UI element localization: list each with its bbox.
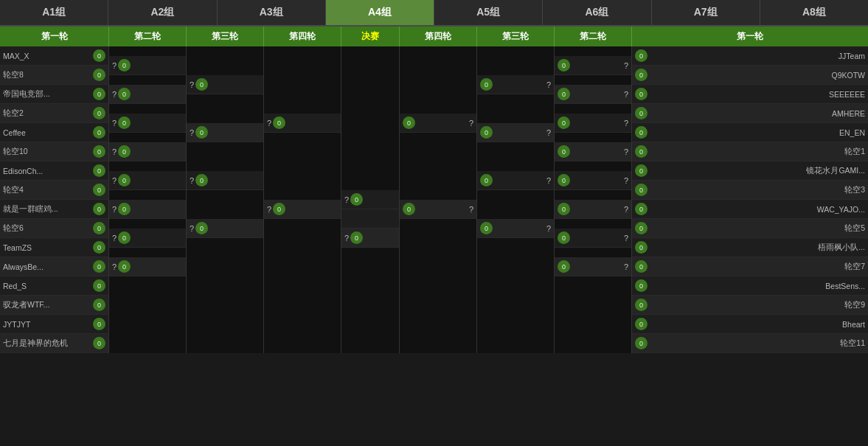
score-badge: 0 xyxy=(558,145,570,158)
player-row-right: 0轮空1 xyxy=(632,142,868,161)
score-badge: 0 xyxy=(635,222,647,234)
score-badge: 0 xyxy=(118,260,131,273)
score-badge: 0 xyxy=(93,164,105,177)
score-badge: 0 xyxy=(558,231,570,244)
tab-a3[interactable]: A3组 xyxy=(218,0,326,25)
player-row: 七月是神界的危机0 xyxy=(0,334,108,353)
r2-right-match-row: 0? xyxy=(555,200,631,219)
score-badge: 0 xyxy=(273,116,285,129)
score-badge: 0 xyxy=(635,49,647,62)
r3-match-row: ?0 xyxy=(187,171,263,190)
score-badge: 0 xyxy=(93,260,105,273)
header-r2-left: 第二轮 xyxy=(109,27,187,46)
player-row-right: 0轮空3 xyxy=(632,181,868,200)
player-row-right: 0EN_EN xyxy=(632,123,868,142)
header-r2-right: 第二轮 xyxy=(555,27,632,46)
r3-match-row: ?0 xyxy=(187,123,263,142)
score-badge: 0 xyxy=(195,78,208,91)
r2-right-match-row: 0? xyxy=(555,56,631,75)
player-row-right: 0JJTeam xyxy=(632,46,868,66)
score-badge: 0 xyxy=(93,126,105,139)
player-row: 轮空100 xyxy=(0,142,108,161)
r3-match-row: ?0 xyxy=(187,219,263,238)
score-badge: 0 xyxy=(403,116,415,129)
player-row: Ceffee0 xyxy=(0,123,108,142)
tab-a5[interactable]: A5组 xyxy=(434,0,543,25)
tab-a8[interactable]: A8组 xyxy=(760,0,868,25)
score-badge: 0 xyxy=(93,299,105,311)
header-r1-left: 第一轮 xyxy=(0,27,109,46)
player-row-right: 0轮空5 xyxy=(632,219,868,238)
score-badge: 0 xyxy=(558,174,570,187)
r3-right-match-row: 0? xyxy=(477,75,554,94)
r2-right-match-row: 0? xyxy=(555,229,631,248)
r2-match-row: ?0 xyxy=(109,200,186,219)
r2-match-row: ?0 xyxy=(109,85,186,104)
player-row-right: 0WAC_YAJO... xyxy=(632,200,868,219)
score-badge: 0 xyxy=(118,88,131,100)
header-r1-right: 第一轮 xyxy=(632,27,868,46)
score-badge: 0 xyxy=(480,126,493,139)
bracket-main: MAX_X0 轮空80 帝国电竞部...0 轮空20 Ceffee0 轮空100… xyxy=(0,46,868,353)
score-badge: 0 xyxy=(195,222,208,234)
final-match-row: ?0 xyxy=(341,190,399,209)
score-badge: 0 xyxy=(635,107,647,119)
tab-a7[interactable]: A7组 xyxy=(652,0,760,25)
score-badge: 0 xyxy=(558,116,570,129)
score-badge: 0 xyxy=(635,203,647,215)
score-badge: 0 xyxy=(93,184,105,196)
score-badge: 0 xyxy=(93,337,105,349)
player-row: 帝国电竞部...0 xyxy=(0,85,108,104)
score-badge: 0 xyxy=(273,203,285,215)
col-r4-right: 0? 0? xyxy=(400,46,477,353)
player-row-right: 0SEEEEEE xyxy=(632,85,868,104)
round-headers: 第一轮 第二轮 第三轮 第四轮 决赛 第四轮 第三轮 第二轮 第一轮 xyxy=(0,27,868,46)
score-badge: 0 xyxy=(403,203,415,215)
score-badge: 0 xyxy=(195,126,208,139)
score-badge: 0 xyxy=(118,145,131,158)
col-r2-right: 0? 0? 0? 0? 0? 0? 0? 0? xyxy=(555,46,632,353)
score-badge: 0 xyxy=(93,107,105,119)
r3-right-match-row: 0? xyxy=(477,219,554,238)
tab-a6[interactable]: A6组 xyxy=(543,0,651,25)
player-row-right: 0BestSens... xyxy=(632,276,868,296)
player-row-right: 0梧雨枫小队... xyxy=(632,238,868,257)
r2-right-match-row: 0? xyxy=(555,85,631,104)
r2-right-match-row: 0? xyxy=(555,171,631,190)
score-badge: 0 xyxy=(480,222,493,234)
tab-a4[interactable]: A4组 xyxy=(326,0,434,25)
r2-right-match-row: 0? xyxy=(555,142,631,161)
score-badge: 0 xyxy=(118,174,131,187)
col-r4-left: ?0 ?0 xyxy=(264,46,341,353)
header-r4-left: 第四轮 xyxy=(264,27,341,46)
player-row-right: 0轮空7 xyxy=(632,257,868,276)
player-row: 轮空40 xyxy=(0,181,108,200)
score-badge: 0 xyxy=(118,59,131,72)
final-match-row: ?0 xyxy=(341,229,399,248)
score-badge: 0 xyxy=(635,241,647,254)
player-row: AlwaysBe...0 xyxy=(0,257,108,276)
score-badge: 0 xyxy=(93,49,105,62)
tab-a1[interactable]: A1组 xyxy=(0,0,108,25)
player-row: EdisonCh...0 xyxy=(0,161,108,181)
col-r3-left: ?0 ?0 ?0 ?0 xyxy=(187,46,264,353)
score-badge: 0 xyxy=(480,78,493,91)
r4-match-row: ?0 xyxy=(264,200,341,219)
score-badge: 0 xyxy=(635,145,647,158)
score-badge: 0 xyxy=(93,222,105,234)
r4-right-match-row: 0? xyxy=(400,114,476,133)
r2-right-match-row: 0? xyxy=(555,257,631,276)
r2-match-row: ?0 xyxy=(109,257,186,276)
tab-a2[interactable]: A2组 xyxy=(108,0,217,25)
header-final: 决赛 xyxy=(341,27,400,46)
score-badge: 0 xyxy=(635,164,647,177)
player-row-right: 0镜花水月GAMI... xyxy=(632,161,868,181)
player-row-right: 0AMHERE xyxy=(632,104,868,123)
score-badge: 0 xyxy=(635,260,647,273)
r4-match-row: ?0 xyxy=(264,114,341,133)
player-row: 驭龙者WTF...0 xyxy=(0,296,108,315)
score-badge: 0 xyxy=(93,145,105,158)
score-badge: 0 xyxy=(558,59,570,72)
score-badge: 0 xyxy=(195,174,208,187)
score-badge: 0 xyxy=(558,260,570,273)
